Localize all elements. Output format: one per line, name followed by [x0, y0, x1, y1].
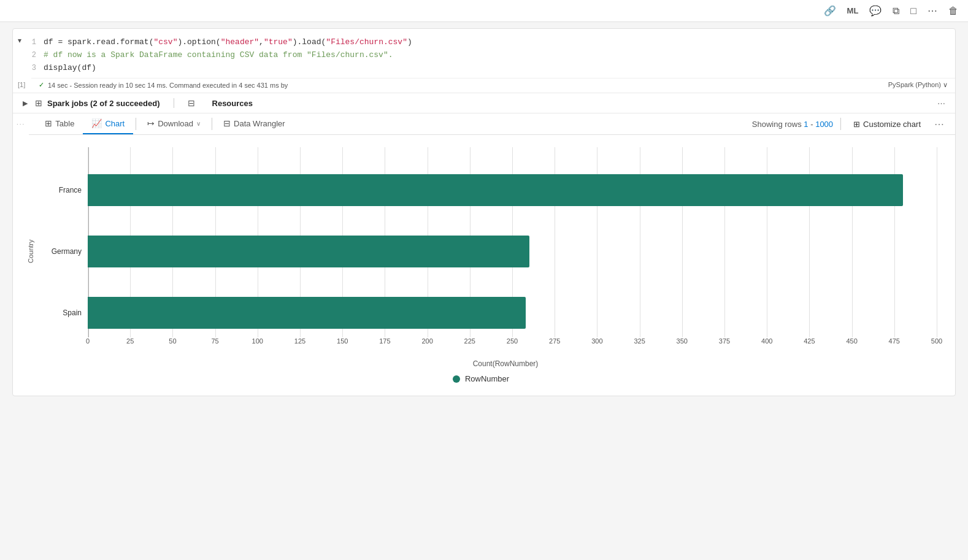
resources-label: Resources — [212, 99, 253, 108]
spark-jobs-bar: ▶ ⊞ Spark jobs (2 of 2 succeeded) ⊟ Reso… — [13, 93, 955, 113]
rows-info: Showing rows 1 - 1000 — [752, 120, 833, 129]
rows-end-link[interactable]: 1000 — [815, 120, 833, 129]
tab-chart-label: Chart — [105, 119, 125, 128]
code-line-3: 3 display(df) — [26, 62, 955, 75]
bar-fill-germany — [88, 236, 529, 267]
bar-fill-france — [88, 174, 903, 206]
x-tick-250: 250 — [507, 337, 518, 345]
x-tick-100: 100 — [252, 337, 263, 345]
x-tick-375: 375 — [719, 337, 730, 345]
x-tick-200: 200 — [421, 337, 432, 345]
cell-number: [1] — [13, 80, 31, 90]
x-tick-475: 475 — [889, 337, 900, 345]
x-axis: 0 25 50 75 100 125 150 175 200 225 250 2… — [88, 337, 937, 356]
bar-label-germany: Germany — [39, 247, 88, 256]
code-segment: ).option( — [177, 36, 220, 49]
code-segment: ) — [407, 36, 412, 49]
tab-download-label: Download — [158, 119, 193, 128]
bar-row-spain: Spain — [39, 297, 937, 329]
bar-label-france: France — [39, 186, 88, 194]
code-segment: , — [259, 36, 264, 49]
bar-track-germany — [88, 236, 937, 267]
line-num-3: 3 — [26, 63, 44, 74]
code-area: 1 df = spark.read.format("csv").option("… — [26, 34, 955, 77]
cell-header: ▾ 1 df = spark.read.format("csv").option… — [13, 29, 955, 77]
spark-jobs-label: Spark jobs (2 of 2 succeeded) — [47, 99, 160, 108]
x-tick-425: 425 — [804, 337, 815, 345]
more-icon[interactable]: ⋯ — [925, 4, 940, 18]
separator — [174, 98, 174, 108]
output-section: ··· ⊞ Table 📈 Chart ↦ Download ∨ — [13, 113, 955, 396]
data-wrangler-icon: ⊟ — [223, 118, 231, 128]
delete-icon[interactable]: 🗑 — [946, 4, 961, 18]
output-more-button[interactable]: ⋯ — [931, 116, 948, 132]
x-tick-150: 150 — [337, 337, 348, 345]
x-tick-175: 175 — [379, 337, 390, 345]
line-num-2: 2 — [26, 50, 44, 61]
bar-label-spain: Spain — [39, 309, 88, 317]
spark-icon: ⊞ — [35, 98, 42, 108]
chart-icon: 📈 — [91, 118, 102, 128]
x-tick-350: 350 — [677, 337, 688, 345]
chart-legend: RowNumber — [25, 374, 937, 383]
bar-fill-spain — [88, 297, 526, 329]
tab-separator-1 — [136, 118, 136, 130]
tab-separator-2 — [212, 118, 212, 130]
x-tick-500: 500 — [931, 337, 942, 345]
code-line-1: 1 df = spark.read.format("csv").option("… — [26, 36, 955, 49]
rows-start-link[interactable]: 1 — [804, 120, 808, 129]
line-num-1: 1 — [26, 37, 44, 48]
tab-download[interactable]: ↦ Download ∨ — [139, 113, 209, 134]
chart-wrapper: Country — [25, 147, 937, 356]
customize-chart-button[interactable]: ⊞ Customize chart — [848, 117, 926, 131]
code-string: "true" — [264, 36, 293, 49]
code-string: "Files/churn.csv" — [326, 36, 407, 49]
tab-data-wrangler-label: Data Wrangler — [234, 119, 285, 128]
customize-icon: ⊞ — [853, 120, 860, 129]
code-segment: display(df) — [44, 62, 96, 75]
tab-chart[interactable]: 📈 Chart — [83, 113, 133, 134]
top-toolbar: 🔗 ML 💬 ⧉ □ ⋯ 🗑 — [0, 0, 968, 22]
download-icon: ↦ — [147, 118, 155, 128]
notebook-cell: ▾ 1 df = spark.read.format("csv").option… — [12, 28, 956, 396]
x-tick-300: 300 — [591, 337, 602, 345]
x-tick-25: 25 — [126, 337, 134, 345]
y-axis-label: Country — [25, 147, 36, 356]
spark-more-icon[interactable]: ⋯ — [937, 99, 945, 108]
cell-status-right[interactable]: PySpark (Python) ∨ — [888, 81, 948, 89]
code-comment: # df now is a Spark DataFrame containing… — [44, 49, 393, 62]
bar-row-france: France — [39, 174, 937, 206]
code-string: "csv" — [153, 36, 177, 49]
download-chevron: ∨ — [196, 120, 201, 127]
tab-table-label: Table — [55, 119, 74, 128]
x-tick-125: 125 — [294, 337, 305, 345]
output-tabs: ⊞ Table 📈 Chart ↦ Download ∨ ⊟ Data Wran… — [29, 113, 955, 135]
x-tick-75: 75 — [211, 337, 218, 345]
chat-icon[interactable]: □ — [908, 4, 919, 18]
x-tick-225: 225 — [464, 337, 475, 345]
legend-label: RowNumber — [465, 374, 509, 383]
comment-icon[interactable]: 💬 — [867, 4, 884, 18]
x-tick-275: 275 — [549, 337, 560, 345]
copy-icon[interactable]: ⧉ — [890, 4, 902, 18]
tab-table[interactable]: ⊞ Table — [36, 113, 83, 134]
tabs-right: Showing rows 1 - 1000 ⊞ Customize chart … — [752, 116, 948, 132]
cell-toggle[interactable]: ▾ — [13, 34, 26, 47]
x-tick-0: 0 — [86, 337, 90, 345]
status-check-icon: ✓ — [39, 81, 44, 89]
x-axis-label: Count(RowNumber) — [74, 359, 937, 368]
table-icon: ⊞ — [45, 118, 52, 128]
code-line-2: 2 # df now is a Spark DataFrame containi… — [26, 49, 955, 62]
cell-status: ✓ 14 sec - Session ready in 10 sec 14 ms… — [31, 78, 955, 91]
bar-track-france — [88, 174, 937, 206]
legend-dot — [453, 375, 460, 383]
tab-data-wrangler[interactable]: ⊟ Data Wrangler — [215, 113, 294, 134]
x-tick-325: 325 — [634, 337, 645, 345]
customize-label: Customize chart — [863, 120, 921, 129]
x-tick-400: 400 — [761, 337, 772, 345]
spark-toggle[interactable]: ▶ — [23, 99, 28, 107]
ml-icon[interactable]: ML — [845, 5, 861, 17]
share-icon[interactable]: 🔗 — [821, 4, 839, 18]
bars-container: France Germany Spain — [39, 147, 937, 356]
output-collapse-dots[interactable]: ··· — [13, 121, 29, 128]
